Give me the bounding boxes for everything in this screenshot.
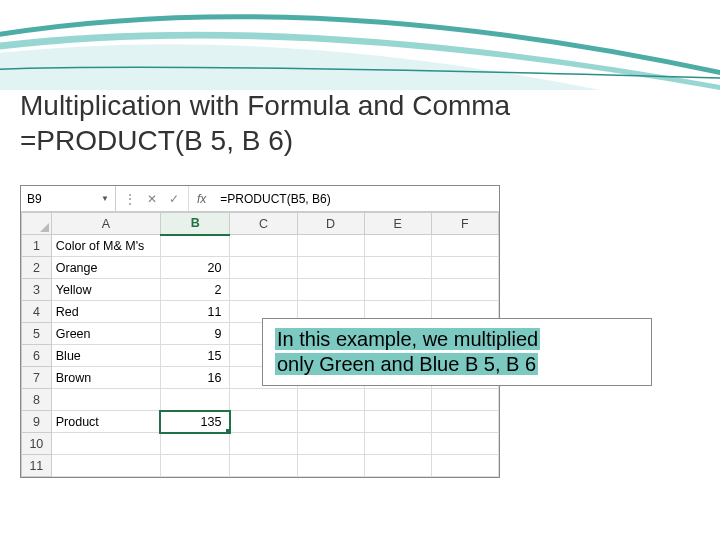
cell[interactable]	[431, 389, 498, 411]
title-line1: Multiplication with Formula and Comma	[20, 88, 510, 123]
row-header[interactable]: 7	[22, 367, 52, 389]
callout-box: In this example, we multiplied only Gree…	[262, 318, 652, 386]
callout-line1: In this example, we multiplied	[275, 328, 540, 350]
row-header[interactable]: 10	[22, 433, 52, 455]
cell[interactable]	[230, 257, 297, 279]
slide-title: Multiplication with Formula and Comma =P…	[20, 88, 510, 158]
cell[interactable]	[431, 235, 498, 257]
cell[interactable]	[431, 257, 498, 279]
cell[interactable]	[431, 433, 498, 455]
select-all-corner[interactable]	[22, 213, 52, 235]
name-box[interactable]: B9 ▼	[21, 186, 116, 211]
col-header-c[interactable]: C	[230, 213, 297, 235]
cell[interactable]: Brown	[51, 367, 160, 389]
cell[interactable]	[364, 389, 431, 411]
fx-icon[interactable]: fx	[189, 192, 214, 206]
title-line2: =PRODUCT(B 5, B 6)	[20, 123, 510, 158]
row-header[interactable]: 2	[22, 257, 52, 279]
row-header[interactable]: 3	[22, 279, 52, 301]
cell[interactable]	[364, 411, 431, 433]
cell[interactable]	[297, 257, 364, 279]
col-header-e[interactable]: E	[364, 213, 431, 235]
enter-check-icon[interactable]: ✓	[168, 192, 180, 206]
cell[interactable]	[230, 235, 297, 257]
active-cell[interactable]: 135	[160, 411, 229, 433]
cell[interactable]	[230, 455, 297, 477]
cell[interactable]	[364, 279, 431, 301]
cell[interactable]	[230, 411, 297, 433]
row-header[interactable]: 5	[22, 323, 52, 345]
row-header[interactable]: 4	[22, 301, 52, 323]
cell[interactable]	[230, 279, 297, 301]
formula-input[interactable]: =PRODUCT(B5, B6)	[214, 192, 499, 206]
cell[interactable]	[160, 389, 229, 411]
cell[interactable]	[160, 455, 229, 477]
cell[interactable]: 16	[160, 367, 229, 389]
cell[interactable]: Orange	[51, 257, 160, 279]
formula-bar-buttons: ⋮ ✕ ✓	[116, 186, 189, 211]
cell[interactable]	[364, 235, 431, 257]
col-header-a[interactable]: A	[51, 213, 160, 235]
cell[interactable]: Product	[51, 411, 160, 433]
row-header[interactable]: 1	[22, 235, 52, 257]
cell[interactable]: 15	[160, 345, 229, 367]
cell[interactable]	[51, 433, 160, 455]
cell[interactable]	[431, 455, 498, 477]
cell[interactable]	[230, 389, 297, 411]
cell[interactable]	[364, 455, 431, 477]
swoosh-decoration	[0, 0, 720, 90]
cell[interactable]	[431, 279, 498, 301]
cell[interactable]	[297, 433, 364, 455]
row-header[interactable]: 9	[22, 411, 52, 433]
cell[interactable]	[297, 455, 364, 477]
cell[interactable]: Blue	[51, 345, 160, 367]
cell[interactable]: Yellow	[51, 279, 160, 301]
row-header[interactable]: 6	[22, 345, 52, 367]
callout-line2: only Green and Blue B 5, B 6	[275, 353, 538, 375]
cancel-x-icon[interactable]: ✕	[146, 192, 158, 206]
cell[interactable]	[364, 257, 431, 279]
cell[interactable]	[230, 433, 297, 455]
cell[interactable]: Green	[51, 323, 160, 345]
cell[interactable]	[297, 235, 364, 257]
cell[interactable]	[364, 433, 431, 455]
cell[interactable]: Red	[51, 301, 160, 323]
cell[interactable]: 2	[160, 279, 229, 301]
col-header-d[interactable]: D	[297, 213, 364, 235]
cell[interactable]	[51, 389, 160, 411]
cell[interactable]: 11	[160, 301, 229, 323]
cell[interactable]	[297, 279, 364, 301]
col-header-f[interactable]: F	[431, 213, 498, 235]
cell[interactable]	[160, 433, 229, 455]
col-header-b[interactable]: B	[160, 213, 229, 235]
formula-bar: B9 ▼ ⋮ ✕ ✓ fx =PRODUCT(B5, B6)	[21, 186, 499, 212]
cell[interactable]: Color of M& M's	[51, 235, 160, 257]
vdots-icon[interactable]: ⋮	[124, 192, 136, 206]
row-header[interactable]: 8	[22, 389, 52, 411]
cell[interactable]	[51, 455, 160, 477]
name-box-value: B9	[27, 192, 42, 206]
row-header[interactable]: 11	[22, 455, 52, 477]
chevron-down-icon: ▼	[101, 194, 109, 203]
cell[interactable]	[431, 411, 498, 433]
cell[interactable]	[160, 235, 229, 257]
cell[interactable]: 9	[160, 323, 229, 345]
cell[interactable]	[297, 411, 364, 433]
cell[interactable]	[297, 389, 364, 411]
cell[interactable]: 20	[160, 257, 229, 279]
